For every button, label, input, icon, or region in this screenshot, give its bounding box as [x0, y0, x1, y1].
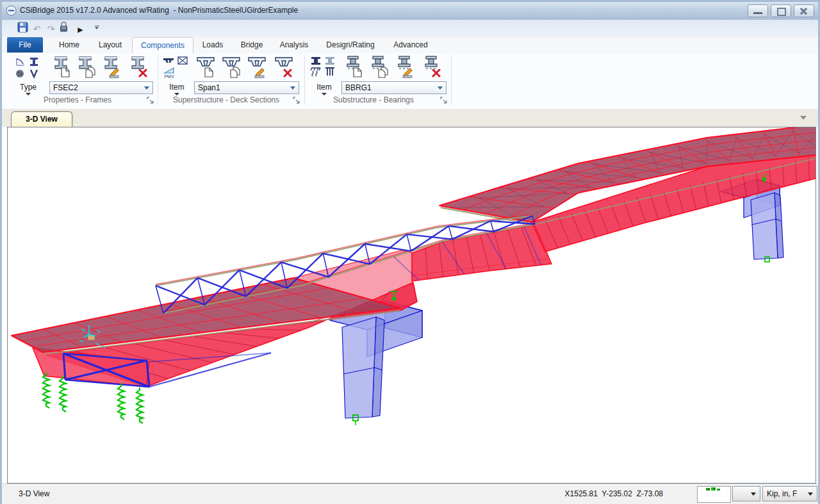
pmv-label: PMV — [164, 74, 174, 79]
group-label-deck-sections: Superstructure - Deck Sections — [160, 95, 293, 104]
document-tab-strip: 3-D View — [2, 109, 818, 127]
save-button[interactable] — [16, 22, 29, 35]
deck-modify-button[interactable] — [247, 54, 268, 80]
group-separator — [451, 55, 452, 105]
status-view-label: 3-D View — [19, 489, 49, 498]
deck-delete-button[interactable] — [274, 54, 295, 80]
status-coordinates: X1525.81 Y-235.02 Z-73.08 — [565, 489, 663, 498]
bearing-item-label: Item — [308, 83, 340, 92]
lock-icon — [59, 21, 69, 33]
group-separator — [158, 55, 158, 105]
tab-loads[interactable]: Loads — [194, 37, 231, 53]
bearing-new-button[interactable] — [343, 54, 365, 80]
frame-type-icon — [14, 55, 42, 79]
app-logo-icon — [6, 5, 17, 16]
frames-dialog-launcher[interactable] — [147, 97, 154, 104]
tab-3d-view[interactable]: 3-D View — [11, 111, 72, 127]
group-label-frames: Properties - Frames — [8, 95, 147, 104]
deck-section-value: Span1 — [198, 83, 220, 92]
frame-new-button[interactable] — [51, 54, 72, 80]
chevron-down-icon — [144, 86, 149, 90]
deck-new-button[interactable] — [195, 54, 217, 80]
lock-button[interactable] — [57, 21, 70, 35]
deck-item-icon: PMV — [162, 55, 192, 79]
bearings-dialog-launcher[interactable] — [440, 97, 447, 104]
vehicle-preview-icon — [698, 487, 729, 501]
frame-modify-button[interactable] — [101, 54, 122, 80]
window-list-dropdown-icon[interactable] — [800, 116, 807, 120]
bearing-select[interactable]: BBRG1 — [341, 81, 447, 94]
tab-analysis[interactable]: Analysis — [272, 37, 316, 53]
tab-components[interactable]: Components — [132, 37, 193, 54]
toolbar-options-icon — [95, 26, 99, 26]
chevron-down-icon — [290, 86, 295, 90]
frame-section-value: FSEC2 — [53, 83, 78, 92]
status-bar: 3-D View X1525.81 Y-235.02 Z-73.08 Kip, … — [2, 484, 818, 504]
quick-access-toolbar: ↶ ↷ ▶ — [2, 20, 818, 37]
chevron-down-icon — [808, 492, 813, 496]
bearing-modify-button[interactable] — [394, 54, 416, 80]
chevron-down-icon — [751, 492, 756, 496]
deck-section-select[interactable]: Span1 — [194, 81, 299, 94]
run-icon: ▶ — [78, 26, 83, 33]
run-analysis-button[interactable]: ▶ — [74, 22, 87, 35]
chevron-down-icon — [438, 86, 443, 90]
group-bearings: Item BBRG1 Substructure - Bearings — [307, 53, 449, 107]
deck-dialog-launcher[interactable] — [293, 97, 300, 104]
bearing-value: BBRG1 — [345, 83, 372, 92]
deck-copy-button[interactable] — [221, 54, 243, 80]
redo-button[interactable]: ↷ — [44, 22, 58, 35]
title-bar: CSiBridge 2015 v17.2.0 Advanced w/Rating… — [2, 2, 818, 20]
frame-type-label: Type — [12, 83, 44, 92]
frame-copy-button[interactable] — [76, 54, 97, 80]
minimize-button[interactable] — [748, 4, 768, 17]
tab-design-rating[interactable]: Design/Rating — [318, 37, 382, 53]
group-label-bearings: Substructure - Bearings — [307, 95, 440, 104]
units-select[interactable]: Kip, in, F — [762, 486, 817, 501]
redo-icon: ↷ — [47, 24, 55, 34]
save-icon — [17, 22, 28, 33]
window-title: CSiBridge 2015 v17.2.0 Advanced w/Rating… — [20, 6, 298, 15]
3d-scene — [8, 127, 816, 483]
group-deck-sections: PMV Item Span1 Superstructure - Deck S — [160, 53, 302, 107]
ribbon-tab-bar: File Home Layout Components Loads Bridge… — [2, 37, 818, 54]
undo-button[interactable]: ↶ — [30, 22, 44, 35]
tab-advanced[interactable]: Advanced — [386, 37, 435, 53]
bearing-item-icon — [309, 55, 339, 79]
maximize-button[interactable] — [771, 4, 791, 17]
units-value: Kip, in, F — [767, 489, 797, 498]
bearing-delete-button[interactable] — [421, 54, 443, 80]
deck-item-label: Item — [161, 83, 193, 92]
bearing-copy-button[interactable] — [368, 54, 390, 80]
toolbar-options-button[interactable] — [93, 25, 101, 33]
close-button[interactable] — [794, 4, 814, 17]
3d-viewport[interactable] — [7, 127, 816, 484]
tab-file[interactable]: File — [7, 37, 43, 53]
status-extra-dropdown[interactable] — [732, 486, 760, 501]
group-separator — [304, 55, 305, 105]
animation-preview-box — [697, 486, 731, 503]
app-window: CSiBridge 2015 v17.2.0 Advanced w/Rating… — [0, 0, 820, 504]
frame-delete-button[interactable] — [127, 54, 149, 80]
tab-home[interactable]: Home — [50, 37, 88, 53]
undo-icon: ↶ — [33, 24, 41, 34]
ribbon: Type FSEC2 Properties - Frames — [2, 53, 818, 110]
group-properties-frames: Type FSEC2 Properties - Frames — [8, 53, 156, 107]
tab-layout[interactable]: Layout — [90, 37, 130, 53]
tab-bridge[interactable]: Bridge — [233, 37, 271, 53]
frame-section-select[interactable]: FSEC2 — [49, 81, 153, 94]
